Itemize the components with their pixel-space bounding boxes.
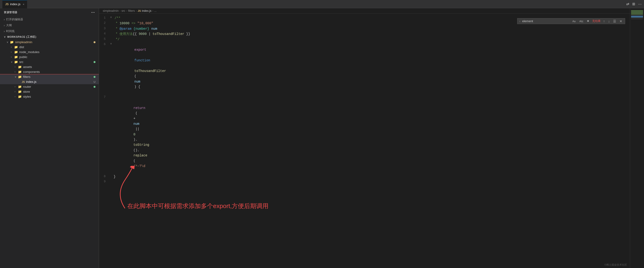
tree-item-store[interactable]: › 📁 store: [0, 89, 99, 94]
tree-item-src[interactable]: ∨ 📁 src: [0, 60, 99, 64]
tab-index-js[interactable]: JS index.js ×: [2, 0, 27, 8]
breadcrumb-simpleadmin: simpleadmin: [103, 9, 118, 13]
tree-label-store: store: [23, 90, 30, 93]
section-timeline[interactable]: › 时间线: [0, 28, 99, 34]
fold-arrow-5: [110, 37, 114, 41]
folder-icon-components: 📁: [18, 70, 22, 74]
breadcrumb-filename: index.js: [142, 9, 152, 13]
annotation-area: 在此脚本中可根据需求添加多个export,方便后期调用: [99, 185, 630, 218]
tree-item-public[interactable]: › 📁 public: [0, 55, 99, 60]
sidebar-more-btn[interactable]: ⋯: [91, 10, 95, 15]
tab-js-icon: JS: [5, 3, 9, 6]
modified-dot-src: [94, 61, 96, 63]
section-open-editors[interactable]: › 打开的编辑器: [0, 17, 99, 23]
folder-icon-assets: 📁: [18, 65, 22, 69]
chevron-down-icon-filters: ∨: [14, 76, 18, 78]
folder-icon-router: 📁: [18, 85, 22, 89]
split-editor-icon[interactable]: ⇄: [626, 2, 630, 6]
chevron-right-icon: ›: [14, 85, 18, 88]
fold-arrow-2: [110, 21, 114, 25]
editor-area: simpleadmin › src › filters › JS index.j…: [99, 8, 630, 268]
line-num-8: 8: [99, 174, 110, 179]
code-content-6: export function toThousandFilter ( num )…: [114, 42, 626, 95]
tree-item-router[interactable]: › 📁 router: [0, 84, 99, 89]
tree-item-simpleadmin[interactable]: ∨ 📁 simpleadmin: [0, 40, 99, 45]
chevron-right-icon: ›: [11, 56, 14, 58]
line-num-3: 3: [99, 26, 110, 31]
folder-icon-src: 📁: [14, 60, 18, 64]
tree-item-assets[interactable]: › 📁 assets: [0, 64, 99, 69]
search-options: Aa Ab| ✱: [571, 19, 590, 23]
minimap-line: [631, 18, 643, 19]
section-outline[interactable]: › 大纲: [0, 23, 99, 28]
code-line-4: 4 * 使用方法{{ 9000 | toThousandFilter }}: [99, 31, 630, 37]
code-line-3: 3 * @param {number} num: [99, 26, 630, 31]
tree-label-node-modules: node_modules: [19, 50, 39, 54]
code-content-5: */: [114, 37, 626, 42]
breadcrumb-sep3: ›: [136, 9, 137, 13]
tree-label-dist: dist: [19, 45, 24, 49]
code-editor[interactable]: 1 ∨ /** 2 * 10000 => "10,000" 3 * @param…: [99, 14, 630, 268]
search-prev-btn[interactable]: ↑: [602, 19, 606, 23]
more-actions-icon[interactable]: ⋯: [638, 2, 642, 6]
minimap-line: [631, 10, 643, 11]
breadcrumb-sep2: ›: [126, 9, 127, 13]
toggle-panel-icon[interactable]: ⊞: [632, 2, 635, 6]
folder-icon-store: 📁: [18, 90, 22, 93]
tree-item-dist[interactable]: › 📁 dist: [0, 45, 99, 50]
tree-item-styles[interactable]: › 📁 styles: [0, 94, 99, 99]
tab-close-btn[interactable]: ×: [23, 3, 24, 6]
sidebar: 资源管理器 ⋯ › 打开的编辑器 › 大纲 › 时间线 ∨ WORKSPACE …: [0, 8, 99, 268]
tree-item-components[interactable]: › 📁 components: [0, 69, 99, 74]
annotation-text: 在此脚本中可根据需求添加多个export,方便后期调用: [127, 201, 620, 211]
search-close-btn[interactable]: ✕: [619, 19, 623, 23]
folder-icon-filters: 📁: [18, 75, 22, 79]
search-menu-btn[interactable]: ☰: [612, 19, 617, 23]
tree-label-components: components: [23, 70, 40, 74]
chevron-right-icon: ›: [11, 51, 14, 53]
chevron-right-icon-outline: ›: [4, 24, 5, 27]
line-num-2: 2: [99, 21, 110, 26]
fold-arrow-1[interactable]: ∨: [110, 16, 114, 19]
code-content-3: * @param {number} num: [114, 26, 626, 31]
chevron-right-icon: ›: [11, 46, 14, 48]
watermark: ©稀土掘金技术社区: [604, 263, 627, 266]
regex-btn[interactable]: ✱: [586, 19, 590, 23]
whole-word-btn[interactable]: Ab|: [578, 19, 584, 23]
folder-icon: 📁: [10, 40, 14, 44]
chevron-down-icon-workspace: ∨: [4, 35, 6, 39]
folder-icon-dist: 📁: [14, 45, 18, 49]
breadcrumb-js-icon: JS: [138, 10, 141, 12]
code-line-7: 7 return ( + num || 0 ). toString (). re…: [99, 95, 630, 174]
breadcrumb-dots: ...: [154, 9, 156, 13]
code-content-4: * 使用方法{{ 9000 | toThousandFilter }}: [114, 31, 626, 37]
search-next-btn[interactable]: ↓: [608, 19, 610, 23]
breadcrumb-src: src: [122, 9, 125, 13]
section-workspace[interactable]: ∨ WORKSPACE (工作区): [0, 34, 99, 40]
line-num-6: 6: [99, 42, 110, 47]
search-input[interactable]: [522, 19, 569, 23]
case-sensitive-btn[interactable]: Aa: [571, 19, 576, 23]
fold-arrow-3: [110, 26, 114, 30]
main-layout: 资源管理器 ⋯ › 打开的编辑器 › 大纲 › 时间线 ∨ WORKSPACE …: [0, 8, 644, 268]
tree-item-filters[interactable]: ∨ 📁 filters: [0, 74, 99, 79]
line-num-5: 5: [99, 37, 110, 42]
tree-label-public: public: [19, 55, 27, 59]
annotation-arrow-svg: [111, 166, 139, 213]
breadcrumb-filters: filters: [128, 9, 135, 13]
chevron-right-icon-timeline: ›: [4, 30, 5, 33]
chevron-right-icon: ›: [4, 18, 5, 21]
folder-icon-public: 📁: [14, 55, 18, 59]
tree-item-index-js[interactable]: JS index.js U: [0, 79, 99, 84]
sidebar-title: 资源管理器: [4, 11, 18, 14]
breadcrumb-sep4: ›: [152, 9, 153, 13]
fold-arrow-6[interactable]: ∨: [110, 42, 114, 46]
sidebar-header: 资源管理器 ⋯: [0, 8, 99, 17]
minimap-line: [631, 16, 643, 17]
tree-label-index-js: index.js: [26, 80, 36, 84]
code-content-8: }: [114, 174, 626, 179]
tree-item-node-modules[interactable]: › 📁 node_modules: [0, 50, 99, 55]
line-num-1: 1: [99, 16, 110, 21]
unsaved-badge: U: [94, 80, 96, 83]
code-content-7: return ( + num || 0 ). toString (). repl…: [114, 95, 626, 174]
